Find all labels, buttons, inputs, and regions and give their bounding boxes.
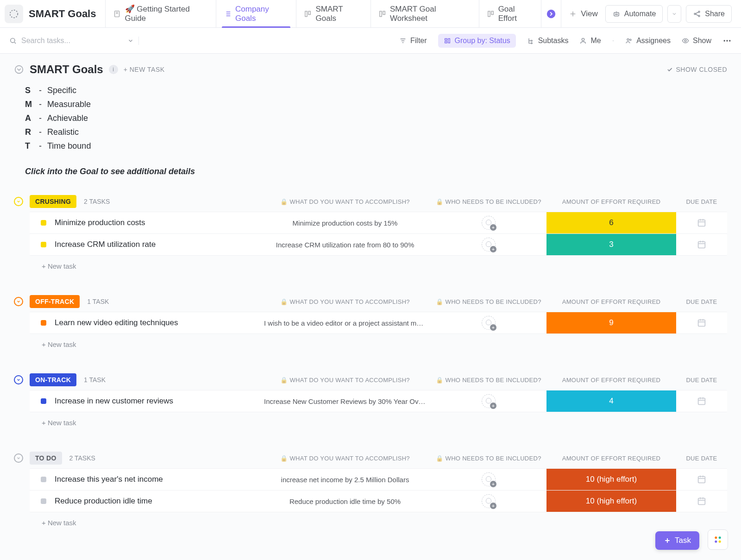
assignees-label: Assignees bbox=[636, 37, 671, 45]
show-closed-button[interactable]: SHOW CLOSED bbox=[666, 66, 727, 73]
col-header-effort[interactable]: AMOUNT OF EFFORT REQUIRED bbox=[546, 198, 676, 205]
svg-point-22 bbox=[627, 38, 629, 40]
task-row[interactable]: Reduce production idle time Reduce produ… bbox=[30, 490, 727, 512]
automate-button[interactable]: Automate bbox=[605, 5, 663, 23]
smart-row: A-Achievable bbox=[25, 111, 727, 125]
assignees-button[interactable]: Assignees bbox=[625, 37, 671, 45]
cell-due-date[interactable] bbox=[676, 474, 727, 484]
cell-due-date[interactable] bbox=[676, 496, 727, 506]
svg-point-15 bbox=[11, 38, 15, 42]
more-icon[interactable] bbox=[722, 36, 732, 45]
chevron-down-icon bbox=[16, 456, 21, 460]
cell-effort[interactable]: 4 bbox=[546, 390, 676, 412]
collapse-button[interactable] bbox=[14, 197, 23, 206]
status-square[interactable] bbox=[41, 320, 46, 326]
group-by-button[interactable]: Group by: Status bbox=[438, 34, 516, 48]
tab-smart-goals[interactable]: SMART Goals bbox=[296, 0, 370, 28]
search-input[interactable] bbox=[21, 37, 123, 45]
task-row[interactable]: Learn new video editing techniques I wis… bbox=[30, 312, 727, 334]
status-pill[interactable]: OFF-TRACK bbox=[30, 295, 80, 308]
robot-icon bbox=[612, 10, 621, 18]
new-task-top-button[interactable]: + NEW TASK bbox=[124, 66, 165, 73]
tabs-overflow[interactable] bbox=[541, 0, 561, 28]
status-square[interactable] bbox=[41, 220, 46, 226]
svg-point-21 bbox=[582, 38, 584, 40]
svg-point-24 bbox=[684, 40, 686, 42]
assignee-add-icon[interactable] bbox=[482, 494, 496, 508]
task-row[interactable]: Increase CRM utilization rate Increase C… bbox=[30, 233, 727, 256]
col-header-accomplish[interactable]: 🔒WHAT DO YOU WANT TO ACCOMPLISH? bbox=[259, 298, 431, 305]
status-pill[interactable]: ON-TRACK bbox=[30, 373, 76, 386]
group-by-label: Group by: Status bbox=[455, 37, 510, 45]
new-task-button[interactable]: + New task bbox=[42, 334, 727, 355]
tab-goal-effort[interactable]: Goal Effort bbox=[479, 0, 541, 28]
cell-due-date[interactable] bbox=[676, 318, 727, 328]
col-header-effort[interactable]: AMOUNT OF EFFORT REQUIRED bbox=[546, 298, 676, 305]
subtasks-icon bbox=[527, 37, 534, 44]
col-header-due[interactable]: DUE DATE bbox=[676, 377, 727, 384]
board-icon bbox=[378, 10, 386, 18]
task-row[interactable]: Minimize production costs Minimize produ… bbox=[30, 212, 727, 234]
status-square[interactable] bbox=[41, 242, 46, 247]
col-header-who[interactable]: 🔒WHO NEEDS TO BE INCLUDED? bbox=[431, 377, 546, 384]
task-row[interactable]: Increase in new customer reviews Increas… bbox=[30, 390, 727, 412]
tab-getting-started[interactable]: 🚀 Getting Started Guide bbox=[105, 0, 215, 28]
main: SMART Goals i + NEW TASK SHOW CLOSED S-S… bbox=[0, 54, 741, 560]
col-header-due[interactable]: DUE DATE bbox=[676, 298, 727, 305]
task-row[interactable]: Increase this year's net income increase… bbox=[30, 468, 727, 491]
plus-icon bbox=[664, 537, 671, 544]
col-header-effort[interactable]: AMOUNT OF EFFORT REQUIRED bbox=[546, 455, 676, 462]
fab-apps-button[interactable] bbox=[708, 529, 728, 550]
status-square[interactable] bbox=[41, 498, 46, 504]
col-header-accomplish[interactable]: 🔒WHAT DO YOU WANT TO ACCOMPLISH? bbox=[259, 377, 431, 384]
col-header-who[interactable]: 🔒WHO NEEDS TO BE INCLUDED? bbox=[431, 298, 546, 305]
fab-task-button[interactable]: Task bbox=[655, 531, 699, 550]
cell-due-date[interactable] bbox=[676, 239, 727, 250]
collapse-button[interactable] bbox=[14, 297, 23, 306]
cell-effort[interactable]: 10 (high effort) bbox=[546, 469, 676, 490]
info-icon[interactable]: i bbox=[109, 65, 118, 74]
assignee-add-icon[interactable] bbox=[482, 472, 496, 486]
me-button[interactable]: Me bbox=[579, 37, 601, 45]
cell-due-date[interactable] bbox=[676, 396, 727, 406]
col-header-accomplish[interactable]: 🔒WHAT DO YOU WANT TO ACCOMPLISH? bbox=[259, 455, 431, 462]
status-square[interactable] bbox=[41, 477, 46, 482]
col-header-effort[interactable]: AMOUNT OF EFFORT REQUIRED bbox=[546, 377, 676, 384]
collapse-button[interactable] bbox=[14, 375, 23, 384]
filter-button[interactable]: Filter bbox=[399, 37, 427, 45]
status-pill[interactable]: CRUSHING bbox=[30, 195, 76, 208]
assignee-add-icon[interactable] bbox=[482, 238, 496, 252]
status-square[interactable] bbox=[41, 398, 46, 404]
apps-icon bbox=[713, 535, 722, 544]
cell-due-date[interactable] bbox=[676, 218, 727, 228]
new-task-button[interactable]: + New task bbox=[42, 412, 727, 433]
new-task-button[interactable]: + New task bbox=[42, 256, 727, 277]
new-task-button[interactable]: + New task bbox=[42, 512, 727, 533]
share-button[interactable]: Share bbox=[686, 5, 732, 23]
tab-worksheet[interactable]: SMART Goal Worksheet bbox=[370, 0, 479, 28]
col-header-accomplish[interactable]: 🔒WHAT DO YOU WANT TO ACCOMPLISH? bbox=[259, 198, 431, 205]
chevron-down-icon bbox=[16, 299, 21, 304]
add-view-button[interactable]: View bbox=[561, 0, 605, 28]
show-button[interactable]: Show bbox=[682, 37, 711, 45]
subtasks-button[interactable]: Subtasks bbox=[527, 37, 569, 45]
cell-effort[interactable]: 3 bbox=[546, 234, 676, 255]
col-header-who[interactable]: 🔒WHO NEEDS TO BE INCLUDED? bbox=[431, 198, 546, 205]
tab-company-goals[interactable]: Company Goals bbox=[216, 0, 296, 28]
cell-effort[interactable]: 9 bbox=[546, 312, 676, 333]
assignee-add-icon[interactable] bbox=[482, 316, 496, 330]
col-header-who[interactable]: 🔒WHO NEEDS TO BE INCLUDED? bbox=[431, 455, 546, 462]
status-group: CRUSHING 2 TASKS 🔒WHAT DO YOU WANT TO AC… bbox=[14, 195, 727, 277]
automate-dropdown[interactable] bbox=[667, 5, 681, 23]
assignee-add-icon[interactable] bbox=[482, 216, 496, 230]
chevron-down-icon[interactable] bbox=[127, 38, 134, 44]
assignee-add-icon[interactable] bbox=[482, 394, 496, 408]
collapse-icon[interactable] bbox=[14, 64, 24, 75]
collapse-button[interactable] bbox=[14, 453, 23, 463]
cell-effort[interactable]: 6 bbox=[546, 212, 676, 233]
col-header-due[interactable]: DUE DATE bbox=[676, 455, 727, 462]
cell-effort[interactable]: 10 (high effort) bbox=[546, 491, 676, 512]
status-pill[interactable]: TO DO bbox=[30, 452, 62, 465]
column-headers: 🔒WHAT DO YOU WANT TO ACCOMPLISH? 🔒WHO NE… bbox=[259, 198, 727, 205]
col-header-due[interactable]: DUE DATE bbox=[676, 198, 727, 205]
